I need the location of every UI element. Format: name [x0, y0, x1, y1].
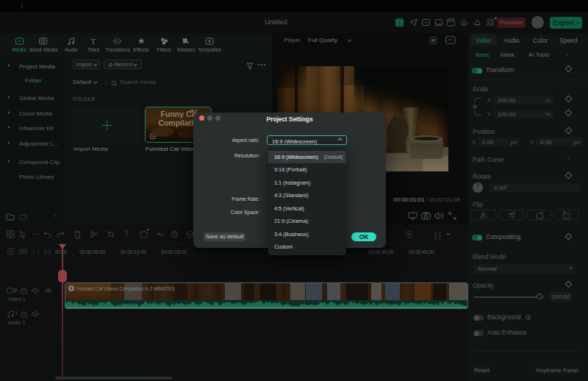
svg-text:T: T: [91, 37, 96, 46]
